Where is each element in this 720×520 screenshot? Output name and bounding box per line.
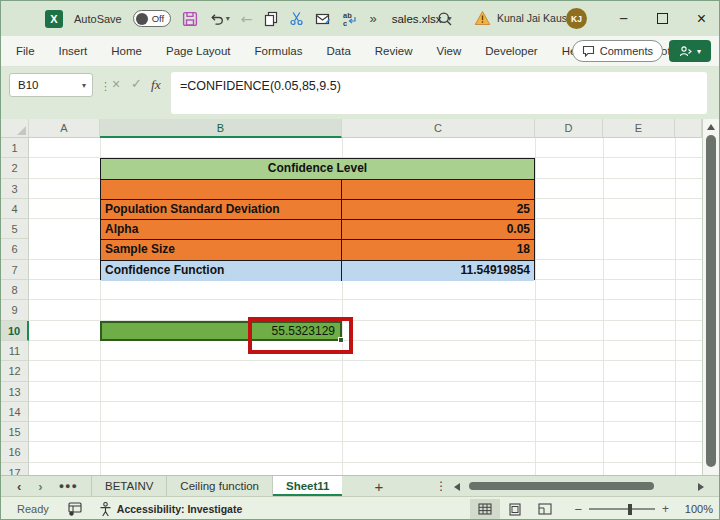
sheet-nav-left-icon[interactable]: ‹ (17, 479, 21, 494)
formula-input[interactable]: =CONFIDENCE(0.05,85,9.5) (171, 72, 707, 114)
scroll-up-icon[interactable] (707, 124, 715, 130)
replace-button[interactable]: ab c (342, 11, 358, 26)
undo-icon (209, 12, 224, 26)
macro-record-button[interactable] (68, 502, 82, 516)
add-sheet-button[interactable]: + (374, 478, 383, 495)
row-header-11[interactable]: 11 (1, 341, 29, 361)
row-header-16[interactable]: 16 (1, 442, 29, 462)
table-label-cell[interactable]: Sample Size (101, 240, 342, 259)
column-header-d[interactable]: D (535, 119, 603, 138)
row-header-12[interactable]: 12 (1, 361, 29, 381)
row-header-6[interactable]: 6 (1, 239, 29, 259)
tab-file[interactable]: File (16, 45, 35, 57)
share-button[interactable]: ▾ (669, 40, 711, 62)
column-header-c[interactable]: C (342, 119, 535, 138)
column-header-e[interactable]: E (603, 119, 675, 138)
sheet-tab-options-icon[interactable]: ⋮ (435, 479, 447, 493)
row-header-5[interactable]: 5 (1, 219, 29, 239)
table-empty-label-cell[interactable] (101, 180, 342, 199)
search-button[interactable] (437, 11, 453, 27)
column-header-b[interactable]: B (100, 119, 342, 138)
cells-area[interactable]: Confidence Level Population Standard Dev… (29, 138, 702, 475)
filename-label: sales.xlsx (392, 13, 442, 25)
table-label-cell[interactable]: Confidence Function (101, 261, 342, 281)
zoom-level[interactable]: 100% (679, 503, 713, 515)
scroll-right-icon[interactable] (698, 483, 704, 491)
zoom-slider[interactable] (589, 508, 655, 510)
vertical-scrollbar[interactable] (702, 119, 719, 475)
sheet-tab-sheet11[interactable]: Sheet11 (273, 476, 342, 496)
comments-button[interactable]: Comments (572, 40, 663, 62)
zoom-out-button[interactable]: − (574, 502, 582, 517)
zoom-slider-thumb[interactable] (628, 504, 632, 515)
cancel-button[interactable]: × (112, 76, 120, 92)
row-header-9[interactable]: 9 (1, 300, 29, 320)
copy-button[interactable] (263, 11, 278, 27)
enter-button[interactable]: ✓ (131, 76, 142, 91)
accessibility-label: Accessibility: Investigate (117, 503, 242, 515)
row-header-7[interactable]: 7 (1, 260, 29, 280)
email-button[interactable] (315, 12, 331, 26)
row-header-15[interactable]: 15 (1, 422, 29, 442)
column-headers: A B C D E (1, 119, 702, 138)
scroll-left-icon[interactable] (454, 483, 460, 491)
tab-page-layout[interactable]: Page Layout (166, 45, 231, 57)
table-value-cell[interactable]: 11.54919854 (342, 261, 534, 281)
page-break-view-button[interactable] (530, 499, 560, 519)
row-header-14[interactable]: 14 (1, 402, 29, 422)
undo-button[interactable]: ▾ (209, 12, 230, 26)
sheet-tab-ceiling-function[interactable]: Ceiling function (167, 476, 273, 496)
warning-button[interactable] (474, 10, 491, 26)
normal-view-icon (478, 503, 492, 515)
select-all-button[interactable] (1, 119, 29, 138)
tab-formulas[interactable]: Formulas (255, 45, 303, 57)
tab-data[interactable]: Data (327, 45, 351, 57)
table-value-cell[interactable]: 0.05 (342, 220, 534, 239)
row-header-2[interactable]: 2 (1, 158, 29, 178)
vertical-scrollbar-thumb[interactable] (706, 135, 716, 467)
minimize-button[interactable]: ─ (604, 1, 643, 36)
autosave-toggle[interactable]: Off (133, 10, 171, 27)
sheet-tab-betainv[interactable]: BETAINV (91, 476, 167, 496)
name-box-dropdown-icon[interactable]: ▾ (82, 81, 86, 90)
redo-icon[interactable]: ← (241, 11, 253, 27)
row-header-4[interactable]: 4 (1, 199, 29, 219)
qat-overflow-button[interactable]: » (369, 11, 376, 26)
cut-button[interactable] (289, 11, 304, 26)
zoom-in-button[interactable]: + (662, 502, 669, 516)
name-box[interactable]: B10 ▾ (9, 73, 93, 97)
row-header-1[interactable]: 1 (1, 138, 29, 158)
excel-logo-icon: X (45, 10, 63, 28)
sheet-nav-right-icon[interactable]: › (38, 479, 42, 494)
row-header-13[interactable]: 13 (1, 382, 29, 402)
tab-review[interactable]: Review (375, 45, 413, 57)
tab-view[interactable]: View (437, 45, 462, 57)
table-value-cell[interactable]: 25 (342, 200, 534, 219)
row-header-10[interactable]: 10 (1, 321, 29, 341)
table-label-cell[interactable]: Population Standard Deviation (101, 200, 342, 219)
sheet-more-icon[interactable]: ●●● (59, 481, 78, 491)
close-button[interactable]: × (682, 1, 720, 36)
avatar[interactable]: KJ (566, 8, 587, 29)
table-value-cell[interactable]: 18 (342, 240, 534, 259)
table-title-cell[interactable]: Confidence Level (101, 159, 534, 178)
maximize-button[interactable] (643, 1, 682, 36)
accessibility-status[interactable]: Accessibility: Investigate (99, 502, 242, 517)
autosave-state: Off (152, 13, 165, 24)
undo-dropdown-icon[interactable]: ▾ (226, 14, 230, 23)
excel-window: X AutoSave Off ▾ ← (0, 0, 720, 520)
save-button[interactable] (182, 11, 198, 27)
tab-home[interactable]: Home (111, 45, 142, 57)
row-header-8[interactable]: 8 (1, 280, 29, 300)
tab-developer[interactable]: Developer (485, 45, 537, 57)
horizontal-scrollbar-thumb[interactable] (469, 482, 654, 490)
insert-function-button[interactable]: fx (151, 77, 161, 93)
table-empty-value-cell[interactable] (342, 180, 534, 199)
column-header-partial[interactable] (675, 119, 702, 138)
tab-insert[interactable]: Insert (59, 45, 88, 57)
normal-view-button[interactable] (470, 499, 500, 519)
page-layout-view-button[interactable] (500, 499, 530, 519)
table-label-cell[interactable]: Alpha (101, 220, 342, 239)
row-header-3[interactable]: 3 (1, 179, 29, 199)
column-header-a[interactable]: A (29, 119, 100, 138)
